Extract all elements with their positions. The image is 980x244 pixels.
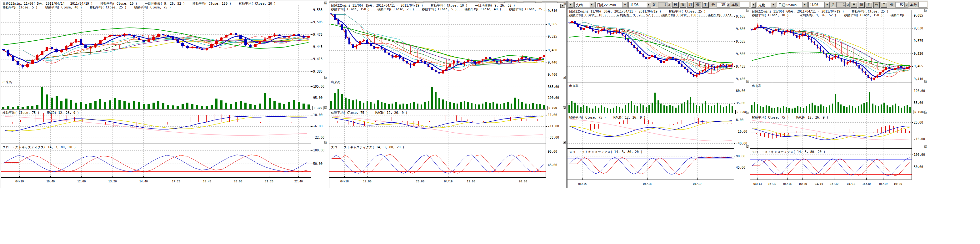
x-axis-label: 10:40 (46, 180, 55, 183)
clipped-toolbar-control (504, 2, 517, 3)
axis-tick-label: -22.00 (313, 136, 325, 139)
window-menu-button[interactable]: ▼ (751, 2, 756, 8)
bar-count-stepper[interactable]: 1◢ (836, 2, 850, 8)
spinner-icon[interactable]: ◢ (904, 2, 908, 8)
bar-count-input[interactable] (918, 2, 927, 8)
bar-count-value: 1 (658, 2, 667, 8)
pane-splitter-button[interactable]: ◢ (746, 111, 749, 114)
chevron-down-icon[interactable]: ▼ (622, 2, 627, 8)
x-axis-label: 22:40 (294, 180, 303, 183)
axis-tick-label: 10.00 (313, 113, 323, 117)
minute-stepper[interactable]: 60◢ (895, 2, 908, 8)
x-axis-label: 16:30 (862, 182, 870, 185)
market-select[interactable]: 先物▼ (757, 2, 776, 8)
chart-plot-area[interactable] (329, 1, 566, 188)
axis-tick-label: 9,525 (548, 35, 557, 38)
period-button-2[interactable]: 月 (687, 2, 694, 8)
pane-splitter-button[interactable]: ◢ (924, 80, 927, 83)
x-axis-label: 21:20 (265, 180, 274, 183)
chevron-down-icon[interactable]: ▼ (589, 2, 594, 8)
axis-tick-label: 95.00 (548, 150, 557, 153)
axis-tick-label: 9,605 (736, 27, 745, 31)
pane-splitter-button[interactable]: ◢ (325, 2, 327, 5)
spinner-icon[interactable]: ◢ (846, 2, 850, 8)
pane-splitter-button[interactable]: ◢ (563, 106, 566, 109)
market-value: 先物 (757, 2, 771, 8)
period-button-0[interactable]: 日 (672, 2, 679, 8)
count-label: 本数 (732, 3, 738, 7)
spinner-icon[interactable]: ◢ (667, 2, 671, 8)
axis-tick-label: 9,480 (548, 48, 557, 52)
x-axis-label: 04/19 (879, 182, 888, 185)
axis-tick-label: -33.00 (548, 136, 559, 139)
x-axis-label: 04/15 (578, 182, 587, 185)
chart-plot-area[interactable] (568, 1, 750, 188)
chevron-down-icon[interactable]: ▼ (771, 2, 776, 8)
pane-splitter-button[interactable]: ◢ (746, 9, 749, 12)
contract-value: 11/06 (809, 2, 824, 8)
contract-select[interactable]: 11/06▼ (808, 2, 830, 8)
macd-pane-label: 移動平均( Close, 75 ) MACD( 12, 26, 9 ) (331, 111, 407, 115)
chart-plot-area[interactable] (750, 1, 928, 188)
minute-stepper[interactable]: 30◢ (717, 2, 730, 8)
pane-splitter-button[interactable]: ◢ (924, 145, 927, 148)
market-select[interactable]: 先物▼ (574, 2, 594, 8)
chart-window-3: ▼先物▼日経225mini▼11/06▼足1◢日週月分T分30◢本数日経225m… (567, 1, 750, 188)
axis-tick-label: 11.00 (548, 113, 557, 117)
volume-multiplier: × 1000 (913, 110, 926, 114)
spinner-icon[interactable]: ◢ (726, 2, 730, 8)
pane-splitter-button[interactable]: ◢ (325, 106, 327, 109)
pane-splitter-button[interactable]: ◢ (563, 76, 566, 79)
axis-tick-label: 9,385 (313, 70, 323, 73)
axis-tick-label: -11.00 (548, 124, 559, 128)
chart-plot-area[interactable] (1, 1, 328, 188)
axis-tick-label: -16.00 (736, 130, 747, 133)
chart-window-4: ▼先物▼日経225mini▼11/06▼足1◢日週月分T分60◢本数日経225m… (750, 1, 928, 188)
pane-splitter-button[interactable]: ◢ (924, 9, 927, 12)
chart-toolbar: ▼先物▼日経225mini▼11/06▼足1◢日週月分T分60◢本数 (750, 1, 928, 9)
pane-splitter-button[interactable]: ◢ (746, 145, 749, 148)
window-menu-button[interactable]: ▼ (568, 2, 573, 8)
period-button-3[interactable]: 分 (695, 2, 701, 8)
bar-count-input[interactable] (740, 2, 749, 8)
chart-toolbar: ▼先物▼日経225mini▼11/06▼足1◢日週月分T分30◢本数 (568, 1, 750, 9)
period-button-3[interactable]: 分 (873, 2, 880, 8)
pane-splitter-button[interactable]: ◢ (325, 76, 327, 79)
axis-tick-label: 55.00 (914, 101, 923, 104)
axis-tick-label: 100.00 (914, 153, 925, 156)
period-button-4[interactable]: T (881, 2, 887, 8)
macd-pane-label: 移動平均( Close, 75 ) MACD( 12, 26, 9 ) (3, 111, 79, 115)
pane-splitter-button[interactable]: ◢ (563, 141, 566, 144)
instrument-select[interactable]: 日経225mini▼ (777, 2, 808, 8)
axis-tick-label: 195.00 (313, 85, 325, 88)
x-axis-label: 16:30 (894, 182, 902, 185)
pane-splitter-button[interactable]: ◢ (325, 141, 327, 144)
x-axis-label: 12:00 (77, 180, 86, 183)
chevron-down-icon[interactable]: ▼ (802, 2, 807, 8)
x-axis-label: 12:00 (467, 180, 475, 183)
axis-tick-label: 9,415 (313, 57, 323, 61)
x-axis-label: 04/19 (444, 180, 452, 183)
x-axis-label: 04/18 (340, 180, 349, 183)
period-button-1[interactable]: 週 (858, 2, 865, 8)
pane-splitter-button[interactable]: ◢ (746, 80, 749, 83)
axis-tick-label: 90.00 (736, 155, 745, 158)
axis-tick-label: 9,575 (914, 39, 923, 43)
x-axis-label: 13:20 (108, 180, 117, 183)
period-button-1[interactable]: 週 (680, 2, 686, 8)
period-button-2[interactable]: 月 (865, 2, 872, 8)
period-button-0[interactable]: 日 (851, 2, 857, 8)
pane-splitter-button[interactable]: ◢ (924, 111, 927, 114)
axis-tick-label: 9,465 (914, 64, 923, 68)
axis-tick-label: 45.00 (736, 166, 745, 169)
period-button-4[interactable]: T (702, 2, 709, 8)
chevron-down-icon[interactable]: ▼ (824, 2, 829, 8)
chevron-down-icon[interactable]: ▼ (646, 2, 651, 8)
stoch-pane-label: スロー・ストキャスティクス( 14, 3, 80, 20 ) (331, 145, 404, 150)
bar-count-stepper[interactable]: 1◢ (658, 2, 671, 8)
instrument-select[interactable]: 日経225mini▼ (595, 2, 627, 8)
clipped-toolbar-control (523, 2, 536, 3)
contract-select[interactable]: 11/06▼ (628, 2, 651, 8)
axis-tick-label: -6.00 (313, 124, 323, 128)
axis-tick-label: 9,445 (313, 45, 323, 48)
